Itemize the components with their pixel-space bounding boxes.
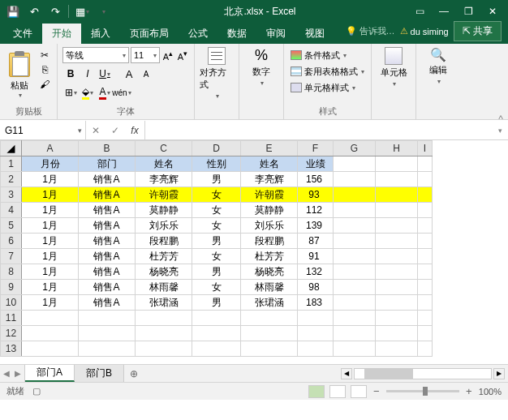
cell[interactable]: 许朝霞 [136, 187, 192, 203]
row-header[interactable]: 12 [1, 326, 22, 341]
page-break-view-icon[interactable] [351, 385, 367, 398]
cell[interactable] [79, 341, 136, 357]
cell[interactable]: 1月 [22, 218, 79, 234]
cell[interactable] [376, 203, 418, 218]
macro-record-icon[interactable]: ▢ [32, 386, 41, 396]
sheet-tab[interactable]: 部门A [25, 365, 75, 382]
cell[interactable]: 93 [298, 187, 334, 203]
fx-icon[interactable]: fx [125, 121, 144, 140]
hscroll-left-icon[interactable]: ◀ [341, 368, 352, 379]
cell[interactable] [418, 341, 433, 357]
row-header[interactable]: 4 [1, 203, 22, 218]
cell[interactable]: 杜芳芳 [136, 249, 192, 264]
cell[interactable]: 业绩 [298, 156, 334, 172]
font-name-combo[interactable]: 等线▾ [62, 47, 129, 63]
cell[interactable]: 女 [192, 187, 241, 203]
cell[interactable]: 男 [192, 172, 241, 187]
cell[interactable] [22, 326, 79, 341]
row-header[interactable]: 8 [1, 264, 22, 280]
cell[interactable]: 杜芳芳 [241, 249, 298, 264]
col-header[interactable]: D [192, 141, 241, 156]
cell[interactable] [376, 326, 418, 341]
tab-review[interactable]: 审阅 [256, 24, 295, 44]
cells-button[interactable]: 单元格 ▾ [377, 47, 411, 88]
qat-dropdown-icon[interactable]: ▾ [93, 2, 113, 20]
tell-me[interactable]: 💡 告诉我… [346, 25, 395, 37]
col-header[interactable]: C [136, 141, 192, 156]
col-header[interactable]: I [418, 141, 433, 156]
name-box[interactable]: ▾ [0, 121, 86, 139]
cell-style-button[interactable]: 单元格样式▾ [289, 79, 366, 96]
cell[interactable] [334, 295, 376, 311]
font-shrink2-icon[interactable]: A [138, 66, 154, 82]
cell[interactable]: 女 [192, 218, 241, 234]
cell[interactable] [136, 326, 192, 341]
cell[interactable]: 销售A [79, 203, 136, 218]
horizontal-scrollbar[interactable] [354, 368, 492, 379]
bold-button[interactable]: B [62, 66, 79, 82]
cell[interactable]: 刘乐乐 [136, 218, 192, 234]
minimize-icon[interactable]: — [432, 2, 456, 20]
share-button[interactable]: ⇱ 共享 [454, 21, 502, 41]
sheet-next-icon[interactable]: ▶ [15, 369, 21, 378]
user-account[interactable]: ⚠ du siming [400, 26, 449, 36]
cell[interactable]: 杨晓亮 [241, 264, 298, 280]
cell[interactable]: 段程鹏 [241, 234, 298, 249]
sheet-tab[interactable]: 部门B [75, 365, 124, 382]
cell[interactable] [298, 326, 334, 341]
cell[interactable] [376, 341, 418, 357]
expand-formula-bar-icon[interactable]: ▾ [492, 126, 508, 135]
scrollbar-thumb[interactable] [364, 369, 413, 379]
qat-extra-icon[interactable]: ▦▾ [72, 2, 92, 20]
cell[interactable] [192, 341, 241, 357]
cell[interactable] [192, 311, 241, 326]
font-size-combo[interactable]: 11▾ [131, 47, 160, 63]
zoom-slider[interactable] [386, 390, 459, 392]
cell[interactable] [418, 218, 433, 234]
cell[interactable]: 月份 [22, 156, 79, 172]
cell[interactable] [418, 156, 433, 172]
cell[interactable] [334, 264, 376, 280]
redo-icon[interactable]: ↷ [45, 2, 65, 20]
col-header[interactable]: E [241, 141, 298, 156]
cell[interactable]: 女 [192, 249, 241, 264]
shrink-font-icon[interactable]: A▾ [176, 49, 189, 62]
font-grow2-icon[interactable]: A [121, 66, 137, 82]
cell[interactable]: 销售A [79, 187, 136, 203]
cell[interactable] [79, 326, 136, 341]
cell[interactable]: 姓名 [241, 156, 298, 172]
cell[interactable]: 李亮辉 [136, 172, 192, 187]
cell[interactable]: 139 [298, 218, 334, 234]
cell[interactable] [418, 311, 433, 326]
select-all-corner[interactable]: ◢ [1, 141, 22, 156]
cell[interactable] [418, 264, 433, 280]
cell[interactable] [418, 326, 433, 341]
cell[interactable] [298, 341, 334, 357]
cell[interactable]: 销售A [79, 172, 136, 187]
worksheet-grid[interactable]: ◢ABCDEFGHI1月份部门姓名性别姓名业绩21月销售A李亮辉男李亮辉1563… [0, 140, 508, 364]
cell[interactable] [418, 249, 433, 264]
cell[interactable] [418, 280, 433, 295]
cell[interactable] [136, 341, 192, 357]
enter-formula-icon[interactable]: ✓ [105, 121, 125, 140]
cell[interactable]: 1月 [22, 295, 79, 311]
cell[interactable]: 销售A [79, 218, 136, 234]
cell[interactable]: 1月 [22, 249, 79, 264]
paste-button[interactable]: 粘贴 ▾ [5, 47, 34, 104]
formula-input[interactable] [145, 125, 492, 136]
row-header[interactable]: 5 [1, 218, 22, 234]
cell[interactable]: 87 [298, 234, 334, 249]
row-header[interactable]: 6 [1, 234, 22, 249]
cell[interactable] [334, 280, 376, 295]
col-header[interactable]: H [376, 141, 418, 156]
cell[interactable]: 男 [192, 234, 241, 249]
cell[interactable]: 段程鹏 [136, 234, 192, 249]
row-header[interactable]: 1 [1, 156, 22, 172]
cell[interactable] [334, 218, 376, 234]
table-format-button[interactable]: 套用表格格式▾ [289, 63, 366, 79]
tab-data[interactable]: 数据 [217, 24, 256, 44]
cell[interactable]: 许朝霞 [241, 187, 298, 203]
normal-view-icon[interactable] [308, 385, 325, 398]
undo-icon[interactable]: ↶ [24, 2, 44, 20]
cell[interactable] [298, 311, 334, 326]
